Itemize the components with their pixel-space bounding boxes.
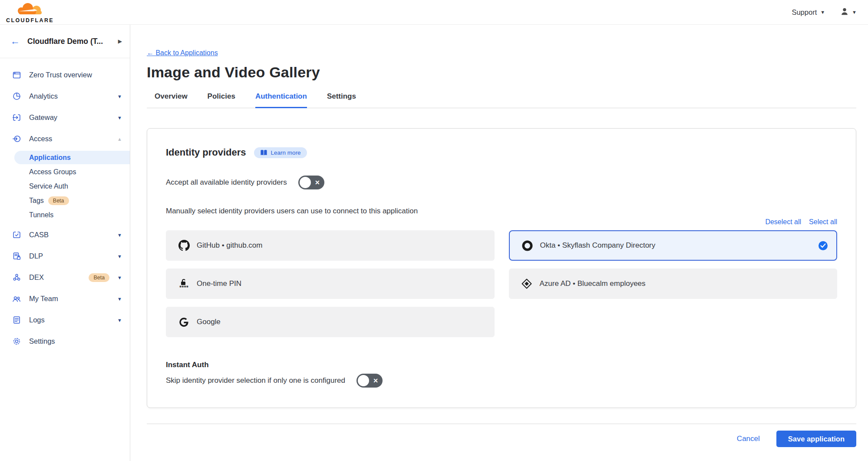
deselect-all-link[interactable]: Deselect all [765,218,801,226]
selected-check-icon [818,241,828,250]
chevron-down-icon: ▼ [820,10,825,15]
svg-text:****: **** [179,285,189,290]
sidebar-subitem-label: Tags [29,197,44,205]
network-nodes-icon [12,273,21,282]
sidebar-item-logs[interactable]: Logs ▼ [0,309,130,331]
provider-label: Google [197,318,221,326]
top-bar: CLOUDFLARE Support ▼ ▼ [0,0,868,25]
card-title: Identity providers [166,147,246,158]
sidebar-subitem-label: Applications [29,154,71,162]
one-time-pin-icon: **** [178,278,190,290]
sidebar-item-label: Zero Trust overview [29,71,122,79]
provider-label: Azure AD • Bluecalm employees [540,279,646,288]
provider-label: Okta • Skyflash Company Directory [540,241,656,250]
main-content: ← Back to Applications Image and Video G… [130,25,868,461]
cloudflare-wordmark: CLOUDFLARE [6,18,54,23]
pie-chart-icon [12,92,21,101]
back-to-applications-link[interactable]: ← Back to Applications [147,49,218,57]
provider-tile-google[interactable]: Google [166,307,495,337]
sidebar-item-label: DLP [29,252,109,260]
instant-auth-title: Instant Auth [166,361,837,369]
sidebar-item-access-groups[interactable]: Access Groups [0,165,130,179]
document-lock-icon [12,252,21,261]
learn-more-badge[interactable]: Learn more [254,147,307,158]
provider-label: GitHub • github.com [197,241,262,250]
provider-grid: GitHub • github.com Okta • Skyflash Comp… [166,230,837,337]
cloudflare-cloud-icon [15,2,45,17]
cancel-button[interactable]: Cancel [737,434,760,443]
beta-badge: Beta [89,273,109,282]
sidebar-item-settings[interactable]: Settings [0,331,130,352]
sidebar-item-applications[interactable]: Applications [14,151,130,164]
select-all-link[interactable]: Select all [809,218,837,226]
provider-label: One-time PIN [197,279,241,288]
identity-providers-card: Identity providers Learn more Accept all… [147,128,856,408]
provider-tile-okta[interactable]: Okta • Skyflash Company Directory [509,230,838,261]
tab-overview[interactable]: Overview [155,92,188,108]
sidebar-nav: Zero Trust overview Analytics ▼ Gateway … [0,58,130,352]
sidebar-item-label: Logs [29,316,109,324]
footer-divider [147,424,856,424]
sidebar-item-service-auth[interactable]: Service Auth [0,179,130,193]
sidebar-item-my-team[interactable]: My Team ▼ [0,288,130,309]
provider-tile-azure-ad[interactable]: Azure AD • Bluecalm employees [509,269,838,299]
sidebar-item-label: Gateway [29,113,109,122]
provider-tile-one-time-pin[interactable]: **** One-time PIN [166,269,495,299]
accept-all-toggle[interactable]: ✕ [298,176,324,189]
cloudflare-zero-trust-app: CLOUDFLARE Support ▼ ▼ ← Cloudflare Demo… [0,0,868,461]
chevron-down-icon: ▼ [852,10,857,15]
chevron-down-icon: ▼ [117,254,122,259]
sidebar-item-casb[interactable]: CASB ▼ [0,224,130,245]
sidebar-item-label: My Team [29,295,109,303]
empty-grid-cell [509,307,838,337]
toggle-knob [358,375,369,386]
sidebar-item-analytics[interactable]: Analytics ▼ [0,86,130,107]
account-switcher[interactable]: ← Cloudflare Demo (T... ▶ [0,25,130,58]
manual-select-text: Manually select identity providers users… [166,207,837,216]
toggle-x-icon: ✕ [315,179,320,186]
access-arrow-icon [12,134,21,144]
save-application-button[interactable]: Save application [776,431,856,447]
overview-window-icon [12,70,21,80]
sidebar-item-label: Settings [29,337,122,345]
toggle-knob [300,177,311,188]
gear-icon [12,337,21,346]
tab-settings[interactable]: Settings [327,92,356,108]
tab-policies[interactable]: Policies [208,92,235,108]
beta-badge: Beta [48,196,69,205]
support-label: Support [792,8,817,17]
gateway-icon [12,113,21,123]
sidebar-subitem-label: Service Auth [29,182,68,190]
sidebar-item-dex[interactable]: DEX Beta ▼ [0,267,130,288]
sidebar-item-tunnels[interactable]: Tunnels [0,208,130,222]
chevron-right-icon: ▶ [118,38,122,44]
sidebar-item-label: Access [29,135,109,143]
support-menu[interactable]: Support ▼ [792,8,825,17]
tab-authentication[interactable]: Authentication [255,92,307,108]
cloudflare-logo: CLOUDFLARE [6,2,54,23]
accept-all-label: Accept all available identity providers [166,178,287,187]
sidebar-item-access[interactable]: Access ▲ [0,128,130,149]
user-icon [840,7,849,18]
sidebar-subitem-label: Tunnels [29,211,53,219]
log-list-icon [12,315,21,325]
skip-selection-toggle[interactable]: ✕ [356,374,383,388]
user-menu[interactable]: ▼ [840,7,857,18]
sidebar: ← Cloudflare Demo (T... ▶ Zero Trust ove… [0,25,130,461]
chevron-down-icon: ▼ [117,275,122,280]
sidebar-item-tags[interactable]: Tags Beta [0,193,130,208]
people-icon [12,294,21,304]
google-icon [178,316,190,328]
back-arrow-icon[interactable]: ← [10,36,20,47]
sidebar-item-dlp[interactable]: DLP ▼ [0,245,130,267]
footer-actions: Cancel Save application [147,431,856,447]
learn-more-label: Learn more [271,149,301,156]
sidebar-item-gateway[interactable]: Gateway ▼ [0,107,130,128]
provider-tile-github[interactable]: GitHub • github.com [166,230,495,261]
box-check-icon [12,230,21,240]
chevron-down-icon: ▼ [117,296,122,302]
tab-bar: Overview Policies Authentication Setting… [147,92,856,108]
sidebar-item-zero-trust-overview[interactable]: Zero Trust overview [0,64,130,86]
azure-ad-icon [521,278,533,290]
github-icon [178,240,190,252]
